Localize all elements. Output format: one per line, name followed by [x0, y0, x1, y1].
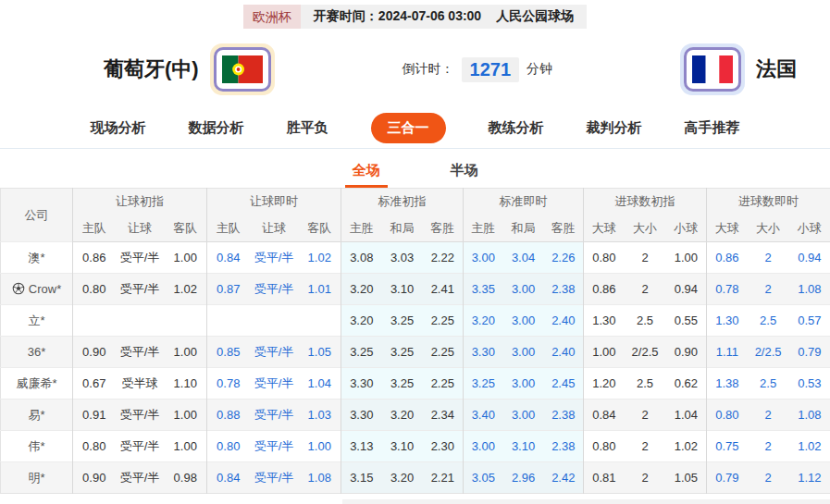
odds-cell: 0.80 [584, 242, 625, 274]
odds-cell: 0.85 [207, 337, 250, 368]
odds-cell: 2.40 [544, 305, 584, 337]
sub-header: 和局 [382, 215, 423, 242]
odds-cell: 0.94 [666, 274, 707, 305]
odds-cell: 0.98 [165, 462, 207, 494]
subtab-0[interactable]: 全场 [345, 154, 388, 188]
company-cell[interactable]: 36* [1, 337, 73, 368]
odds-cell: 2.5 [748, 305, 789, 337]
company-cell[interactable]: 澳* [1, 242, 73, 274]
odds-cell: 2.5 [625, 305, 666, 337]
odds-cell: 0.90 [73, 462, 116, 494]
odds-cell: 受平/半 [116, 431, 165, 462]
table-header-row-columns: 主队让球客队主队让球客队主胜和局客胜主胜和局客胜大球大小小球大球大小小球 [1, 215, 830, 242]
odds-cell: 受平/半 [116, 400, 165, 431]
portugal-flag-icon [214, 47, 271, 92]
odds-cell: 0.84 [584, 400, 625, 431]
odds-cell: 0.88 [207, 400, 250, 431]
odds-cell: 2 [625, 400, 666, 431]
nav-tab-5[interactable]: 裁判分析 [587, 119, 642, 137]
odds-cell: 2/2.5 [625, 337, 666, 368]
odds-cell: 3.00 [464, 431, 503, 462]
odds-cell: 1.08 [789, 400, 830, 431]
odds-cell: 2.96 [503, 462, 544, 494]
odds-cell: 受半球 [116, 368, 165, 400]
odds-cell: 3.00 [503, 337, 544, 368]
odds-cell: 1.00 [584, 337, 625, 368]
odds-cell: 1.02 [789, 431, 830, 462]
nav-tab-2[interactable]: 胜平负 [287, 119, 328, 137]
odds-cell: 3.25 [382, 337, 423, 368]
odds-cell: 0.87 [207, 274, 250, 305]
odds-cell: 0.86 [584, 274, 625, 305]
odds-cell: 2.38 [544, 431, 584, 462]
odds-cell: 3.08 [341, 242, 382, 274]
company-cell[interactable]: 明* [1, 462, 73, 494]
sub-header: 客队 [165, 215, 207, 242]
odds-cell: 受平/半 [250, 431, 299, 462]
odds-cell: 2.5 [625, 368, 666, 400]
odds-cell: 0.91 [73, 400, 116, 431]
company-name: 立* [28, 313, 44, 327]
odds-cell: 受平/半 [116, 242, 165, 274]
away-flag-box [680, 43, 745, 95]
odds-cell: 2.34 [423, 400, 464, 431]
company-name: 36* [28, 345, 46, 359]
company-cell[interactable]: Crow* [1, 274, 73, 305]
sub-header: 客胜 [544, 215, 584, 242]
nav-tab-3[interactable]: 三合一 [371, 113, 446, 143]
odds-cell: 3.25 [464, 368, 503, 400]
odds-cell: 3.20 [382, 400, 423, 431]
odds-cell: 1.08 [299, 462, 341, 494]
odds-cell: 0.80 [707, 400, 748, 431]
odds-cell: 0.86 [73, 242, 116, 274]
odds-cell: 3.20 [382, 462, 423, 494]
odds-cell: 3.00 [503, 305, 544, 337]
odds-cell: 3.00 [503, 368, 544, 400]
odds-cell: 1.11 [707, 337, 748, 368]
nav-tab-1[interactable]: 数据分析 [189, 119, 244, 137]
company-cell[interactable]: 易* [1, 400, 73, 431]
odds-cell: 2 [748, 274, 789, 305]
sub-header: 大小 [625, 215, 666, 242]
company-cell[interactable]: 立* [1, 305, 73, 337]
odds-cell: 受平/半 [250, 337, 299, 368]
odds-cell: 2 [748, 400, 789, 431]
table-header-row-groups: 公司让球初指让球即时标准初指标准即时进球数初指进球数即时 [1, 189, 830, 215]
odds-cell: 3.25 [382, 368, 423, 400]
odds-cell: 0.57 [789, 305, 830, 337]
subtab-1[interactable]: 半场 [443, 154, 486, 188]
odds-cell: 2.30 [423, 431, 464, 462]
odds-cell: 3.30 [464, 337, 503, 368]
countdown-label: 倒计时： [403, 61, 454, 78]
sub-header: 客胜 [423, 215, 464, 242]
nav-tab-4[interactable]: 教练分析 [489, 119, 544, 137]
group-header-3: 标准即时 [464, 189, 584, 215]
sub-header: 让球 [250, 215, 299, 242]
odds-cell: 2.25 [423, 337, 464, 368]
odds-cell: 受平/半 [250, 242, 299, 274]
odds-cell: 1.38 [707, 368, 748, 400]
odds-cell: 1.00 [165, 400, 207, 431]
company-name: 澳* [28, 251, 44, 264]
odds-cell: 1.03 [299, 400, 341, 431]
company-cell[interactable]: 伟* [1, 431, 73, 462]
kickoff-time: 开赛时间：2024-07-06 03:00 [314, 8, 481, 25]
sub-header: 小球 [666, 215, 707, 242]
nav-tab-0[interactable]: 现场分析 [91, 119, 146, 137]
company-cell[interactable]: 威廉希* [1, 368, 73, 400]
odds-cell: 2/2.5 [748, 337, 789, 368]
odds-cell: 1.02 [165, 274, 207, 305]
nav-tab-6[interactable]: 高手推荐 [685, 119, 740, 137]
odds-cell: 1.20 [584, 368, 625, 400]
odds-cell: 2 [625, 274, 666, 305]
odds-cell: 受平/半 [250, 462, 299, 494]
sub-header: 主胜 [464, 215, 503, 242]
odds-cell: 0.84 [207, 242, 250, 274]
odds-cell: 1.00 [165, 242, 207, 274]
odds-cell: 受平/半 [250, 274, 299, 305]
group-header-0: 让球初指 [73, 189, 207, 215]
odds-cell: 0.80 [207, 431, 250, 462]
odds-cell: 2 [748, 462, 789, 494]
match-info-bar: 欧洲杯 开赛时间：2024-07-06 03:00 人民公园球场 [0, 5, 830, 29]
odds-cell: 2 [625, 431, 666, 462]
